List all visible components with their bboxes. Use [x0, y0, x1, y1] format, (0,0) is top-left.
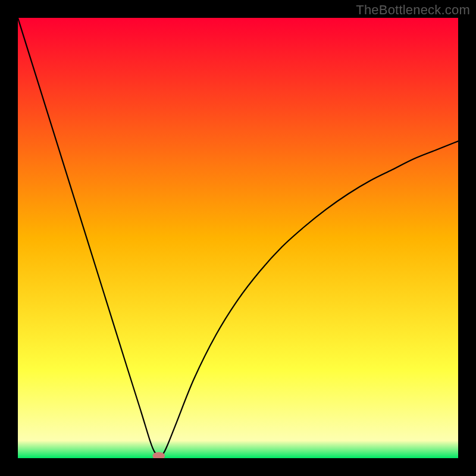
chart-plot [18, 18, 458, 458]
chart-frame: TheBottleneck.com [0, 0, 476, 476]
watermark-text: TheBottleneck.com [356, 2, 470, 18]
chart-background [18, 18, 458, 458]
